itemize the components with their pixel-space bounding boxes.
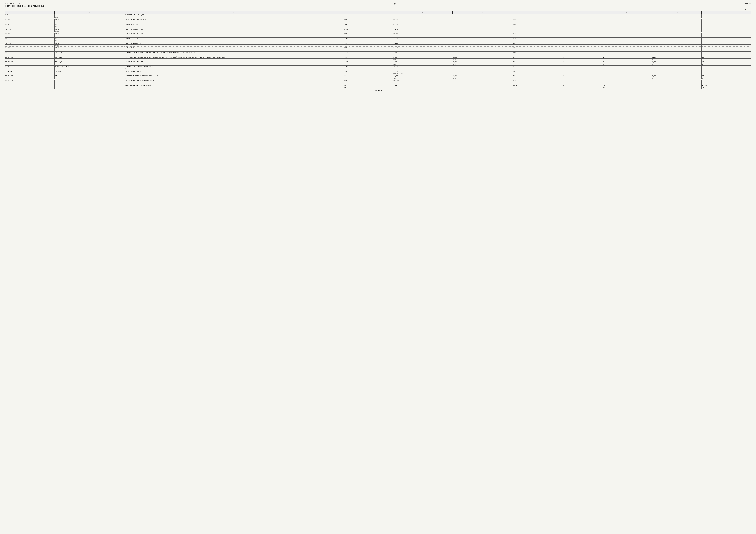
cell-r47-col6 (453, 38, 512, 40)
cell-r1-col10 (652, 14, 702, 16)
dotcell-r55-col1 (5, 77, 55, 79)
dotcell-r45-col11 (701, 30, 751, 32)
cell-r45-col6 (453, 28, 512, 30)
cell-r45-col3: +МАРКИ ПВП30,30,10-1Т (124, 28, 343, 30)
dotcell-r1-col4 (343, 16, 393, 18)
total-cell-1 (55, 84, 124, 87)
table-row: 46 РСЦТо ЖЕ+МАРКИ ПВР30,30,15-3Т2,0058,1… (5, 33, 751, 35)
cell-r56-col9 (602, 80, 652, 82)
dotcell-r45-col4 (343, 30, 393, 32)
dotcell-r46-col8 (562, 35, 602, 37)
cell-r43-col2: То ЖЕ (55, 19, 124, 21)
dotcell-r52-col3: ШТ (124, 63, 343, 65)
dotcell-r55-col5: 4,03 (393, 77, 453, 79)
total-sub-row: РУБ.155201 (5, 87, 751, 89)
cell-r46-col5: 58,18 (393, 33, 453, 35)
dotcell-r56-col9 (602, 82, 652, 84)
cell-r51-col5: 2,18 (393, 56, 453, 58)
dotcell-r49-col8 (562, 49, 602, 51)
dotcell-r48-col4 (343, 44, 393, 46)
cell-r50-col7: 203 (512, 51, 562, 54)
dotcell-r44-col11 (701, 26, 751, 28)
cell-r48-col4: 4,00 (343, 42, 393, 44)
cell-r54-col3: +ТО ЖЕ МАРКИ ВК8,10 (124, 70, 343, 72)
col-header-11: 11 (701, 11, 751, 14)
dotcell-r1-col8 (562, 16, 602, 18)
dotcell-r50-col5 (393, 54, 453, 56)
dotcell-r54-col1 (5, 72, 55, 74)
cell-r47-col7: 673 (512, 38, 562, 40)
dotcell-r55-col8 (562, 77, 602, 79)
header-right-number: 31131001 (744, 3, 751, 5)
dotcell-r53-col3: ШТ (124, 68, 343, 70)
dotcell-r55-col11: 3 (701, 77, 751, 79)
cell-r1-col6 (453, 14, 512, 16)
dotcell-r54-col9 (602, 72, 652, 74)
dotcell-r48-col1 (5, 44, 55, 46)
dotcell-r43-col4 (343, 21, 393, 23)
dotcell-r52-col4 (343, 63, 393, 65)
cell-r52-col1: 52 Е7=691 (5, 61, 55, 63)
cell-r51-col10: 1,19 (652, 56, 702, 58)
dotcell-r47-col11 (701, 40, 751, 42)
cell-r55-col4: 0,14 (343, 75, 393, 77)
cell-r44-col10 (652, 23, 702, 26)
dotcell-r50-col11 (701, 54, 751, 56)
total-sub-cell-1 (55, 87, 124, 89)
dotcell-r48-col8 (562, 44, 602, 46)
cell-r46-col1: 46 РСЦ (5, 33, 55, 35)
table-row: 56 С124=43+СЕТКИ ИЗ ПРОВОЛОКИ ХОЛОДНОТЯН… (5, 80, 751, 82)
cell-r43-col3: +ТО ЖЕ МАРКИ П830,30-1ТВ (124, 19, 343, 21)
cell-r47-col9 (602, 38, 652, 40)
dotted-row: П8,8ШТ (5, 21, 751, 23)
dotcell-r1-col6 (453, 16, 512, 18)
cell-r53-col3: +СТОИМОСТЬ ВЕНТБЛОКОВ МАРКИ 38,33 (124, 66, 343, 68)
cell-r46-col9 (602, 33, 652, 35)
cell-r1-col11 (701, 14, 751, 16)
dotcell-r45-col5 (393, 30, 453, 32)
total-cell-2: ИТОГО ПРЯМЫЕ ЗАТРАТЫ ПО РАЗДЕЛУ (124, 84, 343, 87)
dotcell-r45-col3: УТ (124, 30, 343, 32)
total-sub-cell-4 (393, 87, 453, 89)
table-row: 53 РСЦ1,090 1=1,85 П10,15+СТОИМОСТЬ ВЕНТ… (5, 66, 751, 68)
dotcell-r52-col11: 18 (701, 63, 751, 65)
dotcell-r54-col7 (512, 72, 562, 74)
dotcell-r55-col4 (343, 77, 393, 79)
cell-r44-col9 (602, 23, 652, 26)
cell-r53-col6 (453, 66, 512, 68)
table-row: 47. РСЦТо ЖЕ+МАРКИ 1ПВ12,30-1Т20,0033,66… (5, 38, 751, 40)
dotcell-r54-col2 (55, 72, 124, 74)
dotcell-r51-col5: 0,69 (393, 59, 453, 61)
dotcell-r56-col6 (453, 82, 512, 84)
cell-r56-col6 (453, 80, 512, 82)
dotcell-r56-col11 (701, 82, 751, 84)
dotcell-r46-col4 (343, 35, 393, 37)
cell-r53-col2: 1,090 1=1,85 П10,15 (55, 66, 124, 68)
table-row: 45 РСЦТо ЖЕ+МАРКИ ПВП30,30,10-1Т12,0066,… (5, 28, 751, 30)
cell-r48-col5: 80,72 (393, 42, 453, 44)
dotcell-r48-col11 (701, 44, 751, 46)
dotcell-r47-col8 (562, 40, 602, 42)
dotcell-r50-col2 (55, 54, 124, 56)
table-row: 48 РСЦТо ЖЕ+МАРКИ 1ПВ29,30-1ТВ4,0080,723… (5, 42, 751, 44)
dotcell-r51-col8 (562, 59, 602, 61)
dotcell-r49-col1 (5, 49, 55, 51)
total-sub-cell-9 (652, 87, 702, 89)
cell-r50-col11 (701, 51, 751, 54)
dotcell-r46-col10 (652, 35, 702, 37)
dotcell-r52-col10: 6,90 (652, 63, 702, 65)
dotcell-r47-col6 (453, 40, 512, 42)
total-sub-cell-2 (124, 87, 343, 89)
cell-r49-col9 (602, 47, 652, 49)
cell-r45-col4: 12,00 (343, 28, 393, 30)
col-header-3: 3 (124, 11, 343, 14)
dotcell-r44-col4 (343, 26, 393, 28)
cell-r54-col2: П11=124 (55, 70, 124, 72)
cell-r55-col10: 7,94 (652, 75, 702, 77)
cell-r49-col7: 68 (512, 47, 562, 49)
table-row: 49 РСЦТо ЖЕ+МАРКИ ПВ12,30-1Т2,0034,0168 (5, 47, 751, 49)
cell-r52-col2: 49-6-1,8 (55, 61, 124, 63)
cell-r1-col8 (562, 14, 602, 16)
cell-r46-col3: +МАРКИ ПВР30,30,15-3Т (124, 33, 343, 35)
dotcell-r52-col1 (5, 63, 55, 65)
